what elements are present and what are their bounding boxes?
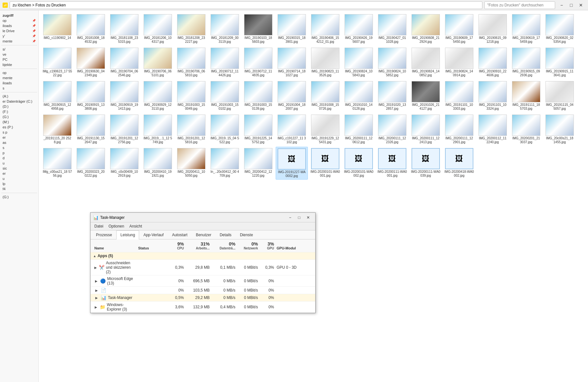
sidebar-item-mente2[interactable]: mente [1, 75, 37, 80]
list-item[interactable]: IMG_20191225_14 5752.jpg [242, 113, 274, 145]
tm-minimize-button[interactable]: − [286, 213, 295, 222]
list-item[interactable]: IMG_20190823_11 3526.jpg [309, 46, 341, 79]
sidebar-item-op[interactable]: op 📌 [1, 18, 37, 23]
list-item[interactable]: IMG_20191003_15 0139.jpg [242, 80, 274, 112]
list-item[interactable]: IMG_20191130_15 2647.jpg [75, 113, 107, 145]
sidebar-item-as[interactable]: as [1, 140, 37, 145]
table-row[interactable]: ▶ 📁 Windows-Explorer (3) 3,6% 132,9 MB 0… [90, 302, 315, 313]
sidebar-item-p[interactable]: es (P:) [1, 125, 37, 130]
list-item[interactable]: IMG-20200111-WA0039.jpg [410, 147, 442, 180]
sidebar-item-iloads2[interactable]: iloads [1, 80, 37, 86]
list-item[interactable]: IMG_20190315_18 3901.jpg [276, 13, 308, 45]
list-item[interactable]: IMG_20190706_06 5810.jpg [175, 46, 207, 79]
list-item[interactable]: IMG_20190426_19 5607.jpg [343, 13, 375, 45]
list-item[interactable]: IMG_20200112_11 2240.jpg [477, 113, 509, 145]
list-item[interactable]: IMG_20200111_12 2326.jpg [376, 113, 408, 145]
search-input[interactable] [484, 1, 555, 9]
list-item[interactable]: IMg_c190623_17 5522.jpg [41, 46, 73, 79]
sidebar-item-s3[interactable]: s [1, 145, 37, 150]
tab-details[interactable]: Details [215, 230, 236, 239]
list-item[interactable]: IMG_20200323_20 0222.jpg [75, 147, 107, 180]
list-item[interactable]: IMG_20191026_21 4127.jpg [410, 80, 442, 112]
tab-app-verlauf[interactable]: App-Verlauf [139, 230, 168, 239]
list-item[interactable]: IMG-20200101-WA0002.jpg [343, 147, 375, 180]
list-item[interactable]: IMG_20191115_04 5057.jpg [544, 80, 576, 112]
sidebar-item-f4[interactable]: f4 [1, 186, 37, 191]
list-item[interactable]: IMG_20190406_15 4212_01.jpg [309, 13, 341, 45]
table-row[interactable]: ▶ 🔵 Microsoft Edge (13) 0% 696,5 MB 0 MB… [90, 275, 315, 287]
sidebar-item-d[interactable]: (D:) [1, 104, 37, 109]
sidebar-item-m[interactable]: (M:) [1, 119, 37, 125]
list-item[interactable]: In_..20c00412_00 4709.jpg [209, 147, 241, 180]
list-item[interactable]: IMG_20181108_23 5315.jpg [108, 13, 140, 45]
table-row[interactable]: ▶ 📊 Task-Manager 0,5% 29,2 MB 0 MB/s 0 M… [90, 294, 315, 302]
list-item[interactable]: IMG_20190609_17 5450.jpg [443, 13, 475, 45]
tm-maximize-button[interactable]: □ [295, 213, 304, 222]
list-item[interactable]: IMG_20191101_10 3303.jpg [443, 80, 475, 112]
list-item[interactable]: IMG_c1190902_14 [41, 13, 73, 45]
sidebar-item-pc[interactable]: PC [1, 57, 37, 62]
tm-menu-ansicht[interactable]: Ansicht [127, 223, 145, 229]
minimize-button[interactable]: − [557, 1, 566, 10]
sidebar-item-g[interactable]: (G:) [1, 114, 37, 119]
list-item[interactable]: IMG_20190704_06 2546.jpg [108, 46, 140, 79]
tm-menu-datei[interactable]: Datei [92, 223, 106, 229]
expand-icon[interactable]: ▶ [94, 288, 99, 293]
list-item[interactable]: IMG_20190712_11 4835.jpg [242, 46, 274, 79]
list-item[interactable]: IMG_20200410_19 1921.jpg [142, 147, 174, 180]
list-item[interactable]: IMG_20190712_11 4426.jpg [209, 46, 241, 79]
sidebar-item-f[interactable]: (F:) [1, 109, 37, 114]
list-item[interactable]: IMG_20190714_18 1027.jpg [276, 46, 308, 79]
sidebar-item-sic[interactable]: sic [1, 166, 37, 171]
list-item[interactable]: IMG_c0c00409_10 2919.jpg [108, 147, 140, 180]
tab-autostart[interactable]: Autostart [168, 230, 192, 239]
list-item[interactable]: IMG_20190919_19 1413.jpg [108, 80, 140, 112]
list-item[interactable]: IMG_20190103_18 5603.jpg [242, 13, 274, 45]
tab-benutzer[interactable]: Benutzer [192, 230, 215, 239]
list-item[interactable]: IMG_20200412_12 1220.jpg [242, 147, 274, 180]
list-item[interactable]: IMG_20181208_23 2227.jpg [175, 13, 207, 45]
list-item[interactable]: IMG_20190619_17 5459.jpg [510, 13, 542, 45]
sidebar-item-op2[interactable]: op [1, 70, 37, 75]
list-item[interactable]: IMG_20190824_14 0852.jpg [410, 46, 442, 79]
list-item[interactable]: IMG_20190915_11 3641.jpg [544, 46, 576, 79]
list-item[interactable]: IMG_20190910_22 4606.jpg [477, 46, 509, 79]
list-item[interactable]: IMG_20191003_15 0102.jpg [209, 80, 241, 112]
list-item[interactable]: IMG_20191201_12 2756.jpg [108, 113, 140, 145]
list-item[interactable]: IMG_20c00s21_18 1455.jpg [544, 113, 576, 145]
list-item[interactable]: IMG_20191111_18 5703.jpg [510, 80, 542, 112]
list-item[interactable]: IMG_20191003_15 0049.jpg [175, 80, 207, 112]
col-header-name[interactable]: Name [93, 246, 137, 251]
sidebar-item-a[interactable]: (A:) [1, 94, 37, 99]
list-item[interactable]: IMG_20190915_13 3808.jpg [75, 80, 107, 112]
list-item[interactable]: IMG_20190929_12 3110.jpg [142, 80, 174, 112]
list-item[interactable]: IMG_20191020_13 2857.jpg [376, 80, 408, 112]
sidebar-item-y[interactable]: y' 📌 [1, 33, 37, 39]
list-item[interactable]: IMG_20191201_12 5816.jpg [175, 113, 207, 145]
list-item[interactable]: IMG_2019..15_04 5522.jpg [209, 113, 241, 145]
tab-prozesse[interactable]: Prozesse [92, 230, 116, 239]
tm-close-button[interactable]: ✕ [304, 213, 313, 222]
list-item[interactable]: IMG_20190620_02 5354.jpg [544, 13, 576, 45]
maximize-button[interactable]: □ [567, 1, 576, 10]
list-item[interactable]: IMG_20190915_12 4958.jpg [41, 80, 73, 112]
list-item[interactable]: IMG_20190427_01 1028.jpg [376, 13, 408, 45]
list-item[interactable]: IMG_20191008_15 0726.jpg [309, 80, 341, 112]
list-item[interactable]: IMG_20190915_09 2936.jpg [510, 46, 542, 79]
sidebar-item-u[interactable]: u [1, 161, 37, 166]
list-item[interactable]: IMG_20200111_12 2413.jpg [410, 113, 442, 145]
table-row[interactable]: ▶ ✂️ Ausschneiden und skizzieren (2) 0,3… [90, 260, 315, 275]
list-item[interactable]: IMG-20200418-WA0002.jpg [443, 147, 475, 180]
address-bar[interactable]: zu löschen > Fotos zu Drucken [10, 1, 482, 9]
tm-menu-optionen[interactable]: Optionen [106, 223, 127, 229]
list-item[interactable]: IMG-20200111-WA0001.jpg [376, 147, 408, 180]
sidebar-item-er2[interactable]: er [1, 171, 37, 176]
section-collapse-icon[interactable]: ▲ [93, 254, 96, 258]
tab-dienste[interactable]: Dienste [236, 230, 257, 239]
list-item[interactable]: IMG_20200201_21 3037.jpg [510, 113, 542, 145]
sidebar-item-g2[interactable]: (G:) [1, 194, 37, 200]
list-item[interactable]: IMG_20191004_18 2007.jpg [276, 80, 308, 112]
sidebar-item-bjekte[interactable]: bjekte [1, 62, 37, 67]
list-item[interactable]: IMG_20200111_12 2901.jpg [443, 113, 475, 145]
sidebar-item-iloads[interactable]: iloads 📌 [1, 23, 37, 28]
